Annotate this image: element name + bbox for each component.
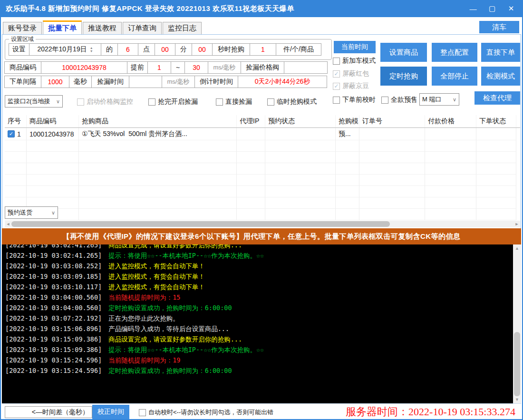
date-spinner[interactable]: ▲▼ bbox=[90, 46, 93, 53]
order-interval-input[interactable]: 1000 bbox=[41, 76, 69, 88]
log-entry: [2022-10-19 03:03:08.252]进入监控模式，有货会自动下单！ bbox=[5, 261, 521, 271]
auto-calibrate-checkbox[interactable]: ✓自动校时<--请勿议长时间勾选，否则可能出错 bbox=[139, 408, 273, 417]
table-empty-cell bbox=[265, 140, 336, 152]
table-row[interactable]: ✓1100012043978①飞天 53%vol 500ml 贵州茅台酒...预… bbox=[5, 128, 520, 140]
price-gate-label: 捡漏价格阀 bbox=[241, 61, 284, 74]
tabs: 账号登录批量下单推送教程订单查询监控日志 bbox=[3, 20, 203, 34]
table-empty-cell bbox=[79, 175, 237, 186]
table-empty-cell bbox=[265, 209, 336, 220]
set-product-button[interactable]: 设置商品 bbox=[380, 43, 427, 62]
log-entry: [2022-10-19 03:02:41.265]商品设置完成，请设置好参数开启… bbox=[5, 244, 521, 250]
warning-banner: 【再不使用《代理IP》的情况下建议登录6个以下账号】用代理下单，任意上号。批量下… bbox=[2, 228, 521, 244]
table-cell[interactable]: ✓1 bbox=[5, 128, 27, 140]
time-diff-field[interactable]: <—时间差（毫秒） bbox=[5, 406, 92, 418]
table-empty-cell bbox=[5, 175, 27, 186]
calibrate-time-button[interactable]: 校正时间 bbox=[92, 405, 129, 419]
scroll-up-icon[interactable]: ▲ bbox=[513, 244, 521, 252]
check-proxy-button[interactable]: 检查代理 bbox=[475, 91, 520, 105]
vertical-scrollbar[interactable]: ▲ ▼ bbox=[513, 244, 521, 403]
direct-leak-checkbox[interactable]: ✓直接捡漏 bbox=[216, 98, 252, 106]
table-empty-cell bbox=[425, 197, 476, 209]
block-jingdou-checkbox: ✓屏蔽京豆 bbox=[333, 82, 369, 90]
full-presale-checkbox[interactable]: ✓全款预售 bbox=[381, 96, 417, 104]
table-empty-cell bbox=[425, 186, 476, 197]
table-empty-cell bbox=[425, 209, 476, 220]
table-empty-row bbox=[5, 186, 520, 197]
tab-监控日志[interactable]: 监控日志 bbox=[163, 22, 202, 34]
temp-mode-checkbox[interactable]: ✓临时抢购模式 bbox=[267, 98, 317, 106]
table-cell bbox=[476, 128, 516, 140]
quantity-input[interactable]: 1 bbox=[250, 43, 276, 56]
table-empty-cell bbox=[27, 175, 79, 186]
stop-all-button[interactable]: 全部停止 bbox=[432, 67, 477, 86]
tilde-label: ~ bbox=[171, 61, 185, 74]
tab-推送教程[interactable]: 推送教程 bbox=[83, 22, 122, 34]
scroll-down-icon[interactable]: ▼ bbox=[513, 396, 521, 403]
column-header-商品编码: 商品编码 bbox=[27, 115, 79, 127]
tab-账号登录[interactable]: 账号登录 bbox=[3, 22, 42, 34]
log-entry: [2022-10-19 03:03:09.185]进入监控模式，有货会自动下单！ bbox=[5, 271, 521, 282]
hour-input[interactable]: 6 bbox=[117, 43, 138, 56]
product-code-input[interactable]: 100012043978 bbox=[41, 61, 127, 74]
date-input[interactable]: 2022年10月19日 ▲▼ bbox=[29, 43, 101, 56]
tab-订单查询[interactable]: 订单查询 bbox=[123, 22, 162, 34]
after-leak-checkbox[interactable]: ✓抢完开启捡漏 bbox=[148, 98, 198, 106]
log-console[interactable]: [2022-10-19 03:02:41.265]商品设置完成，请设置好参数开启… bbox=[2, 244, 521, 403]
precheck-time-checkbox[interactable]: ✓下单前校时 bbox=[333, 96, 376, 104]
price-gate-input[interactable] bbox=[284, 61, 328, 74]
of-label: 的 bbox=[101, 43, 118, 56]
table-empty-cell bbox=[237, 197, 265, 209]
scroll-right-icon[interactable]: ► bbox=[513, 221, 520, 227]
detect-mode-button[interactable]: 检测模式 bbox=[481, 67, 520, 86]
tab-批量下单[interactable]: 批量下单 bbox=[43, 20, 82, 34]
table-empty-cell bbox=[5, 186, 27, 197]
column-header-抢购模: 抢购模 bbox=[336, 115, 359, 127]
horizontal-scrollbar-thumb[interactable] bbox=[11, 221, 390, 227]
table-cell bbox=[425, 128, 476, 140]
timed-buy-button[interactable]: 定时抢购 bbox=[380, 67, 427, 86]
minute-label: 分 bbox=[175, 43, 192, 56]
minute-input[interactable]: 00 bbox=[155, 43, 175, 56]
monitor-port-select[interactable]: 监接口2(当地接 ∨ bbox=[5, 95, 63, 107]
ship-mode-select[interactable]: 预约送货 ∨ bbox=[5, 206, 58, 219]
current-time-button[interactable]: 当前时间 bbox=[334, 41, 376, 53]
log-entry: [2022-10-19 03:15:09.386]商品设置完成，请设置好参数开启… bbox=[5, 334, 521, 344]
app-window: 欢乐助手4.8 新增加预约时间 修复APPCK 登录失效 20221013 欢乐… bbox=[0, 0, 523, 420]
horizontal-scrollbar[interactable]: ◄ ► bbox=[5, 221, 520, 227]
countdown-label: 倒计时时间 bbox=[194, 76, 238, 88]
row-checkbox[interactable]: ✓ bbox=[8, 130, 15, 137]
table-empty-cell bbox=[359, 163, 425, 175]
table-empty-cell bbox=[336, 163, 359, 175]
table-cell: ①飞天 53%vol 500ml 贵州茅台酒... bbox=[79, 128, 237, 140]
second-input[interactable]: 00 bbox=[192, 43, 213, 56]
leak-time-input[interactable] bbox=[129, 76, 162, 88]
direct-order-button[interactable]: 直接下单 bbox=[481, 43, 520, 62]
table-empty-cell bbox=[5, 140, 27, 152]
table-cell bbox=[359, 128, 425, 140]
advance-to-input[interactable]: 30 bbox=[184, 61, 208, 74]
vertical-scrollbar-thumb[interactable] bbox=[514, 332, 520, 396]
column-header-代理IP: 代理IP bbox=[237, 115, 265, 127]
close-icon[interactable]: ✕ bbox=[503, 1, 519, 16]
column-header-付款价格: 付款价格 bbox=[425, 115, 476, 127]
table-empty-cell bbox=[336, 140, 359, 152]
table-empty-cell bbox=[476, 163, 516, 175]
table-empty-cell bbox=[425, 163, 476, 175]
scroll-left-icon[interactable]: ◄ bbox=[5, 221, 11, 227]
table-empty-cell bbox=[476, 152, 516, 163]
table-empty-cell bbox=[359, 197, 425, 209]
table-empty-cell bbox=[27, 140, 79, 152]
m-port-select[interactable]: M 端口 ∨ bbox=[419, 93, 459, 106]
column-header-序号: 序号 bbox=[5, 115, 27, 127]
maximize-icon[interactable]: ▢ bbox=[484, 1, 500, 16]
leak-time-label: 捡漏时间 bbox=[91, 76, 129, 88]
clear-cart-button[interactable]: 清车 bbox=[479, 21, 519, 33]
hourly-config-button[interactable]: 整点配置 bbox=[432, 43, 477, 62]
table-empty-cell bbox=[359, 209, 425, 220]
server-time-value: 2022-10-19 03:15:33.274 bbox=[408, 406, 515, 418]
minimize-icon[interactable]: — bbox=[465, 1, 481, 16]
tab-bar: 账号登录批量下单推送教程订单查询监控日志 清车 bbox=[1, 19, 522, 34]
column-header-预约状态: 预约状态 bbox=[265, 115, 336, 127]
new-cart-mode-checkbox[interactable]: ✓新加车模式 bbox=[333, 57, 376, 65]
advance-from-input[interactable]: 1 bbox=[147, 61, 171, 74]
